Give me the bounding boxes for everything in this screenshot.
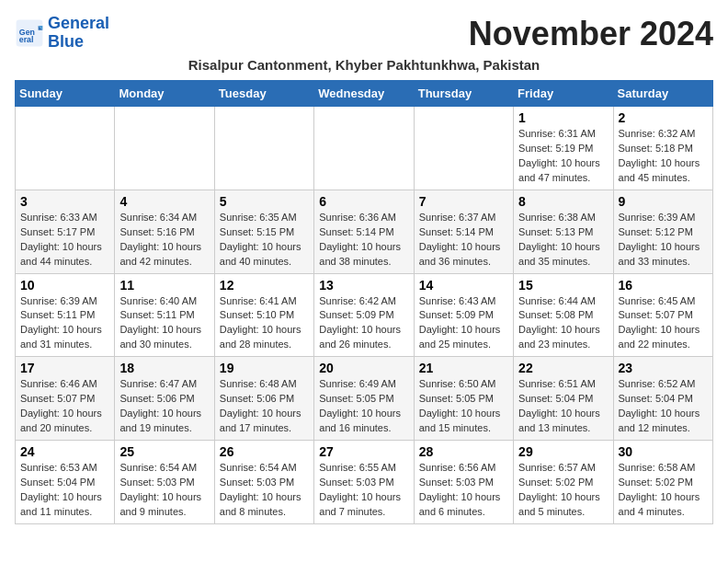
calendar-table: SundayMondayTuesdayWednesdayThursdayFrid… (15, 80, 713, 524)
calendar-week-5: 24Sunrise: 6:53 AM Sunset: 5:04 PM Dayli… (16, 441, 713, 524)
calendar-cell (16, 107, 115, 190)
calendar-cell: 27Sunrise: 6:55 AM Sunset: 5:03 PM Dayli… (314, 441, 414, 524)
calendar-cell: 26Sunrise: 6:54 AM Sunset: 5:03 PM Dayli… (214, 441, 313, 524)
calendar-cell: 10Sunrise: 6:39 AM Sunset: 5:11 PM Dayli… (16, 273, 115, 357)
calendar-cell: 7Sunrise: 6:37 AM Sunset: 5:14 PM Daylig… (414, 190, 513, 273)
day-info: Sunrise: 6:54 AM Sunset: 5:03 PM Dayligh… (119, 461, 209, 520)
day-info: Sunrise: 6:36 AM Sunset: 5:14 PM Dayligh… (319, 211, 408, 270)
day-number: 8 (518, 194, 608, 209)
day-number: 20 (319, 361, 408, 375)
calendar-cell: 25Sunrise: 6:54 AM Sunset: 5:03 PM Dayli… (115, 441, 214, 524)
day-number: 26 (220, 444, 309, 459)
calendar-cell: 29Sunrise: 6:57 AM Sunset: 5:02 PM Dayli… (514, 441, 613, 524)
day-info: Sunrise: 6:57 AM Sunset: 5:02 PM Dayligh… (518, 461, 608, 520)
calendar-cell: 15Sunrise: 6:44 AM Sunset: 5:08 PM Dayli… (514, 273, 613, 357)
day-info: Sunrise: 6:44 AM Sunset: 5:08 PM Dayligh… (518, 294, 608, 353)
logo-line1: General (48, 15, 109, 33)
day-info: Sunrise: 6:48 AM Sunset: 5:06 PM Dayligh… (220, 377, 309, 436)
calendar-cell: 23Sunrise: 6:52 AM Sunset: 5:04 PM Dayli… (613, 357, 712, 441)
day-info: Sunrise: 6:33 AM Sunset: 5:17 PM Dayligh… (20, 211, 109, 270)
day-number: 17 (20, 361, 109, 375)
day-info: Sunrise: 6:54 AM Sunset: 5:03 PM Dayligh… (220, 461, 309, 520)
top-bar: Gen eral General Blue November 2024 (15, 15, 713, 55)
day-info: Sunrise: 6:55 AM Sunset: 5:03 PM Dayligh… (319, 461, 408, 520)
day-number: 24 (20, 444, 109, 459)
day-number: 7 (419, 194, 508, 209)
calendar-cell (214, 107, 313, 190)
calendar-cell: 21Sunrise: 6:50 AM Sunset: 5:05 PM Dayli… (414, 357, 513, 441)
day-number: 21 (419, 361, 508, 375)
calendar-cell: 5Sunrise: 6:35 AM Sunset: 5:15 PM Daylig… (214, 190, 313, 273)
calendar-cell: 9Sunrise: 6:39 AM Sunset: 5:12 PM Daylig… (613, 190, 712, 273)
calendar-cell: 22Sunrise: 6:51 AM Sunset: 5:04 PM Dayli… (514, 357, 613, 441)
calendar-week-3: 10Sunrise: 6:39 AM Sunset: 5:11 PM Dayli… (16, 273, 713, 357)
calendar-cell: 24Sunrise: 6:53 AM Sunset: 5:04 PM Dayli… (16, 441, 115, 524)
day-number: 12 (220, 278, 309, 293)
day-number: 25 (119, 444, 209, 459)
day-number: 10 (20, 278, 109, 293)
weekday-header-saturday: Saturday (613, 81, 712, 107)
day-number: 16 (619, 278, 708, 293)
calendar-week-4: 17Sunrise: 6:46 AM Sunset: 5:07 PM Dayli… (16, 357, 713, 441)
calendar-cell: 11Sunrise: 6:40 AM Sunset: 5:11 PM Dayli… (115, 273, 214, 357)
day-info: Sunrise: 6:49 AM Sunset: 5:05 PM Dayligh… (319, 377, 408, 436)
calendar-cell: 6Sunrise: 6:36 AM Sunset: 5:14 PM Daylig… (314, 190, 414, 273)
day-number: 27 (319, 444, 408, 459)
weekday-header-friday: Friday (514, 81, 613, 107)
weekday-header-monday: Monday (115, 81, 214, 107)
calendar-cell: 2Sunrise: 6:32 AM Sunset: 5:18 PM Daylig… (613, 107, 712, 190)
calendar-cell: 28Sunrise: 6:56 AM Sunset: 5:03 PM Dayli… (414, 441, 513, 524)
day-info: Sunrise: 6:50 AM Sunset: 5:05 PM Dayligh… (419, 377, 508, 436)
logo-line2: Blue (48, 33, 109, 52)
weekday-header-wednesday: Wednesday (314, 81, 414, 107)
calendar-cell: 17Sunrise: 6:46 AM Sunset: 5:07 PM Dayli… (16, 357, 115, 441)
day-number: 2 (619, 110, 708, 125)
day-number: 23 (619, 361, 708, 375)
day-number: 13 (319, 278, 408, 293)
day-number: 18 (119, 361, 209, 375)
calendar-cell: 19Sunrise: 6:48 AM Sunset: 5:06 PM Dayli… (214, 357, 313, 441)
calendar-cell (414, 107, 513, 190)
day-number: 15 (518, 278, 608, 293)
logo-icon: Gen eral (15, 18, 44, 48)
title-section: November 2024 (469, 15, 713, 53)
day-number: 29 (518, 444, 608, 459)
day-number: 4 (119, 194, 209, 209)
calendar-cell: 12Sunrise: 6:41 AM Sunset: 5:10 PM Dayli… (214, 273, 313, 357)
weekday-header-row: SundayMondayTuesdayWednesdayThursdayFrid… (16, 81, 713, 107)
day-info: Sunrise: 6:53 AM Sunset: 5:04 PM Dayligh… (20, 461, 109, 520)
day-info: Sunrise: 6:38 AM Sunset: 5:13 PM Dayligh… (518, 211, 608, 270)
weekday-header-thursday: Thursday (414, 81, 513, 107)
day-number: 22 (518, 361, 608, 375)
day-info: Sunrise: 6:39 AM Sunset: 5:12 PM Dayligh… (619, 211, 708, 270)
calendar-cell: 13Sunrise: 6:42 AM Sunset: 5:09 PM Dayli… (314, 273, 414, 357)
subtitle: Risalpur Cantonment, Khyber Pakhtunkhwa,… (15, 57, 713, 73)
day-number: 11 (119, 278, 209, 293)
day-number: 28 (419, 444, 508, 459)
day-info: Sunrise: 6:39 AM Sunset: 5:11 PM Dayligh… (20, 294, 109, 353)
day-info: Sunrise: 6:43 AM Sunset: 5:09 PM Dayligh… (419, 294, 508, 353)
weekday-header-sunday: Sunday (16, 81, 115, 107)
calendar-cell (115, 107, 214, 190)
day-info: Sunrise: 6:37 AM Sunset: 5:14 PM Dayligh… (419, 211, 508, 270)
calendar-cell: 8Sunrise: 6:38 AM Sunset: 5:13 PM Daylig… (514, 190, 613, 273)
day-number: 5 (220, 194, 309, 209)
day-info: Sunrise: 6:47 AM Sunset: 5:06 PM Dayligh… (119, 377, 209, 436)
day-info: Sunrise: 6:58 AM Sunset: 5:02 PM Dayligh… (619, 461, 708, 520)
day-info: Sunrise: 6:31 AM Sunset: 5:19 PM Dayligh… (518, 127, 608, 186)
weekday-header-tuesday: Tuesday (214, 81, 313, 107)
day-number: 3 (20, 194, 109, 209)
day-number: 1 (518, 110, 608, 125)
logo: Gen eral General Blue (15, 15, 109, 52)
calendar-cell: 16Sunrise: 6:45 AM Sunset: 5:07 PM Dayli… (613, 273, 712, 357)
calendar-cell: 20Sunrise: 6:49 AM Sunset: 5:05 PM Dayli… (314, 357, 414, 441)
day-info: Sunrise: 6:45 AM Sunset: 5:07 PM Dayligh… (619, 294, 708, 353)
day-info: Sunrise: 6:46 AM Sunset: 5:07 PM Dayligh… (20, 377, 109, 436)
day-number: 19 (220, 361, 309, 375)
day-info: Sunrise: 6:41 AM Sunset: 5:10 PM Dayligh… (220, 294, 309, 353)
day-info: Sunrise: 6:52 AM Sunset: 5:04 PM Dayligh… (619, 377, 708, 436)
calendar-cell: 3Sunrise: 6:33 AM Sunset: 5:17 PM Daylig… (16, 190, 115, 273)
day-info: Sunrise: 6:56 AM Sunset: 5:03 PM Dayligh… (419, 461, 508, 520)
day-number: 9 (619, 194, 708, 209)
day-info: Sunrise: 6:42 AM Sunset: 5:09 PM Dayligh… (319, 294, 408, 353)
